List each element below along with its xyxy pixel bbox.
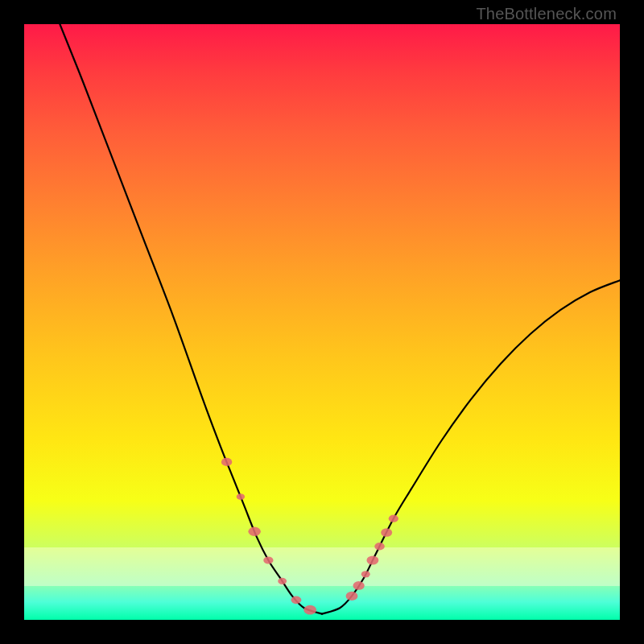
- curve-bead: [263, 556, 273, 564]
- curve-bead: [248, 526, 260, 536]
- curve-bead: [291, 597, 302, 605]
- curve-bead: [361, 571, 370, 577]
- watermark-text: TheBottleneck.com: [476, 5, 617, 23]
- curve-bead: [374, 543, 385, 550]
- curve-bead: [389, 515, 398, 522]
- left-curve: [60, 24, 322, 614]
- curve-bead: [366, 555, 378, 564]
- curve-bead: [346, 592, 358, 601]
- curve-layer: [24, 24, 620, 620]
- curve-bead: [221, 458, 232, 466]
- chart-frame: TheBottleneck.com: [0, 0, 644, 644]
- curve-bead: [381, 528, 392, 536]
- curve-bead: [353, 581, 364, 590]
- curve-bead: [278, 578, 287, 584]
- curve-bead: [303, 605, 316, 615]
- curve-bead: [237, 493, 245, 500]
- right-curve: [322, 280, 620, 613]
- bead-group: [221, 458, 398, 615]
- plot-area: [24, 24, 620, 620]
